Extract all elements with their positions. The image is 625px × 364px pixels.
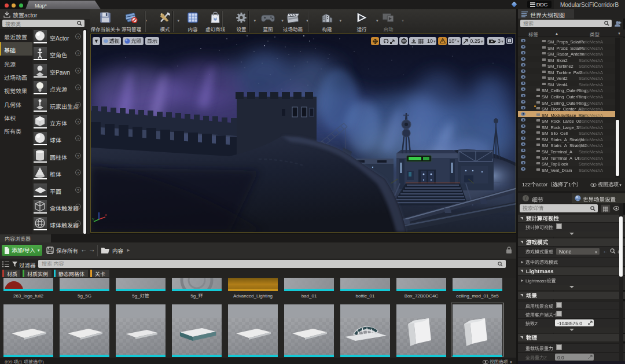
svg-text:Y: Y [92,218,94,221]
svg-text:x: x [105,213,107,216]
